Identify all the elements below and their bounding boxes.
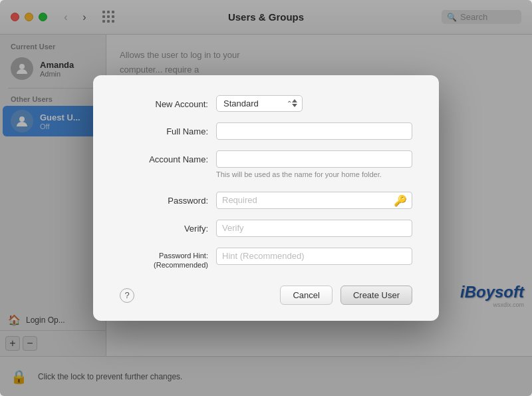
dialog-action-buttons: Cancel Create User (280, 286, 412, 305)
password-input[interactable] (216, 192, 412, 209)
full-name-input[interactable] (216, 122, 412, 140)
dialog-buttons: ? Cancel Create User (120, 286, 412, 305)
password-hint-row: Password Hint:(Recommended) (120, 248, 412, 270)
password-hint-control (216, 248, 412, 265)
account-name-hint: This will be used as the name for your h… (216, 170, 412, 178)
account-name-row: Account Name: This will be used as the n… (120, 150, 412, 181)
cancel-button[interactable]: Cancel (280, 286, 332, 305)
password-control: 🔑 (216, 192, 412, 209)
new-account-control: Standard Administrator Managed with Pare… (216, 95, 412, 112)
create-user-button[interactable]: Create User (340, 286, 412, 305)
new-account-row: New Account: Standard Administrator Mana… (120, 95, 412, 112)
full-name-control (216, 122, 412, 140)
verify-input[interactable] (216, 220, 412, 237)
full-name-label: Full Name: (120, 122, 216, 138)
full-name-row: Full Name: (120, 122, 412, 140)
help-button[interactable]: ? (120, 288, 134, 303)
account-name-label: Account Name: (120, 150, 216, 166)
verify-row: Verify: (120, 220, 412, 237)
create-user-dialog: New Account: Standard Administrator Mana… (93, 75, 439, 321)
account-type-wrapper: Standard Administrator Managed with Pare… (216, 95, 303, 112)
account-name-control: This will be used as the name for your h… (216, 150, 412, 181)
modal-overlay: New Account: Standard Administrator Mana… (0, 0, 532, 396)
new-account-label: New Account: (120, 95, 216, 110)
verify-label: Verify: (120, 220, 216, 235)
password-hint-label: Password Hint:(Recommended) (120, 248, 216, 270)
password-key-icon: 🔑 (394, 194, 407, 206)
password-label: Password: (120, 192, 216, 207)
account-type-select[interactable]: Standard Administrator Managed with Pare… (216, 95, 303, 112)
verify-control (216, 220, 412, 237)
app-window: ‹ › Users & Groups 🔍 Search Current User (0, 0, 532, 396)
account-name-input[interactable] (216, 150, 412, 168)
password-row: Password: 🔑 (120, 192, 412, 209)
password-hint-input[interactable] (216, 248, 412, 265)
